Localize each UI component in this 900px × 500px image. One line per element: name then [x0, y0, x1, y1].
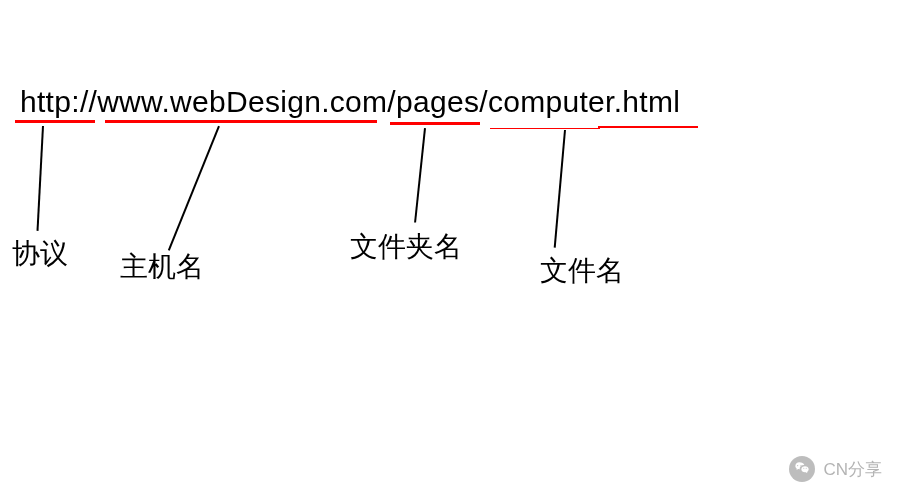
url-folder: pages: [396, 85, 479, 118]
underline-host: [105, 120, 377, 123]
url-protocol: http:: [20, 85, 80, 118]
lead-line-folder: [414, 128, 425, 223]
lead-line-protocol: [37, 126, 44, 231]
url-host: www.webDesign.com: [97, 85, 387, 118]
watermark: CN分享: [789, 456, 882, 482]
lead-line-host: [168, 126, 220, 251]
label-file: 文件名: [540, 252, 624, 290]
url-string: http://www.webDesign.com/pages/computer.…: [20, 85, 680, 119]
watermark-text: CN分享: [823, 458, 882, 481]
underline-file-b: [598, 126, 698, 128]
url-sep3: /: [479, 85, 488, 118]
url-sep2: /: [387, 85, 396, 118]
underline-protocol: [15, 120, 95, 123]
underline-folder: [390, 122, 480, 125]
url-sep1: //: [80, 85, 97, 118]
url-file: computer.html: [488, 85, 680, 118]
label-protocol: 协议: [12, 235, 68, 273]
underline-file-a: [490, 128, 600, 129]
label-host: 主机名: [120, 248, 204, 286]
chat-bubble-icon: [789, 456, 815, 482]
lead-line-file: [554, 130, 566, 248]
label-folder: 文件夹名: [350, 228, 462, 266]
